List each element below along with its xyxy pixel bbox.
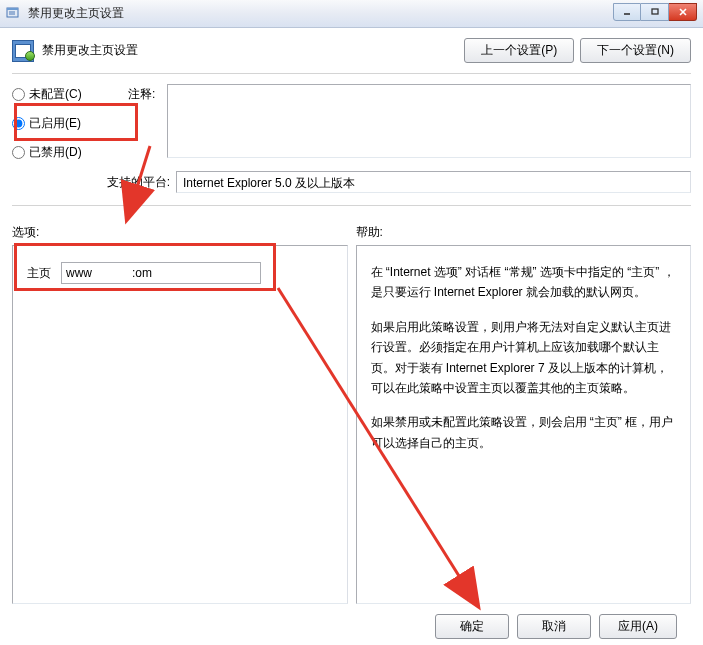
prev-setting-button[interactable]: 上一个设置(P)	[464, 38, 574, 63]
radio-enabled-input[interactable]	[12, 117, 25, 130]
policy-icon	[12, 40, 34, 62]
radio-not-configured-label: 未配置(C)	[29, 86, 82, 103]
svg-rect-5	[652, 9, 658, 14]
close-button[interactable]	[669, 3, 697, 21]
next-setting-button[interactable]: 下一个设置(N)	[580, 38, 691, 63]
cancel-button[interactable]: 取消	[517, 614, 591, 639]
radio-disabled[interactable]: 已禁用(D)	[12, 144, 122, 161]
svg-rect-1	[7, 8, 18, 10]
radio-enabled[interactable]: 已启用(E)	[12, 115, 122, 132]
apply-button[interactable]: 应用(A)	[599, 614, 677, 639]
radio-disabled-label: 已禁用(D)	[29, 144, 82, 161]
dialog-footer: 确定 取消 应用(A)	[12, 604, 691, 645]
radio-disabled-input[interactable]	[12, 146, 25, 159]
minimize-button[interactable]	[613, 3, 641, 21]
notes-label: 注释:	[128, 84, 155, 161]
titlebar: 禁用更改主页设置	[0, 0, 703, 28]
ok-button[interactable]: 确定	[435, 614, 509, 639]
window-title: 禁用更改主页设置	[28, 5, 613, 22]
separator	[12, 73, 691, 74]
radio-not-configured[interactable]: 未配置(C)	[12, 86, 122, 103]
platforms-value: Internet Explorer 5.0 及以上版本	[176, 171, 691, 193]
help-paragraph: 如果启用此策略设置，则用户将无法对自定义默认主页进行设置。必须指定在用户计算机上…	[371, 317, 677, 399]
radio-enabled-label: 已启用(E)	[29, 115, 81, 132]
options-label: 选项:	[12, 224, 348, 241]
notes-textarea[interactable]	[167, 84, 691, 158]
help-panel: 在 “Internet 选项” 对话框 “常规” 选项卡中指定的 “主页” ，是…	[356, 245, 692, 604]
help-label: 帮助:	[356, 224, 692, 241]
homepage-input[interactable]	[61, 262, 261, 284]
help-paragraph: 在 “Internet 选项” 对话框 “常规” 选项卡中指定的 “主页” ，是…	[371, 262, 677, 303]
help-paragraph: 如果禁用或未配置此策略设置，则会启用 “主页” 框，用户可以选择自己的主页。	[371, 412, 677, 453]
homepage-label: 主页	[27, 265, 51, 282]
app-icon	[6, 6, 22, 22]
separator	[12, 205, 691, 206]
page-title: 禁用更改主页设置	[42, 42, 138, 59]
maximize-button[interactable]	[641, 3, 669, 21]
radio-not-configured-input[interactable]	[12, 88, 25, 101]
platforms-label: 支持的平台:	[12, 174, 176, 191]
options-panel: 主页	[12, 245, 348, 604]
